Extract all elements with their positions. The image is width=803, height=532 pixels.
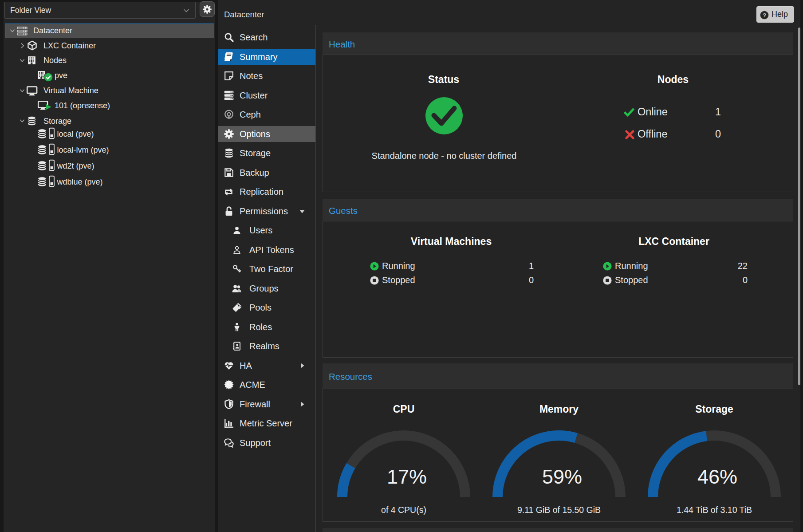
svg-text:?: ? — [763, 12, 766, 18]
